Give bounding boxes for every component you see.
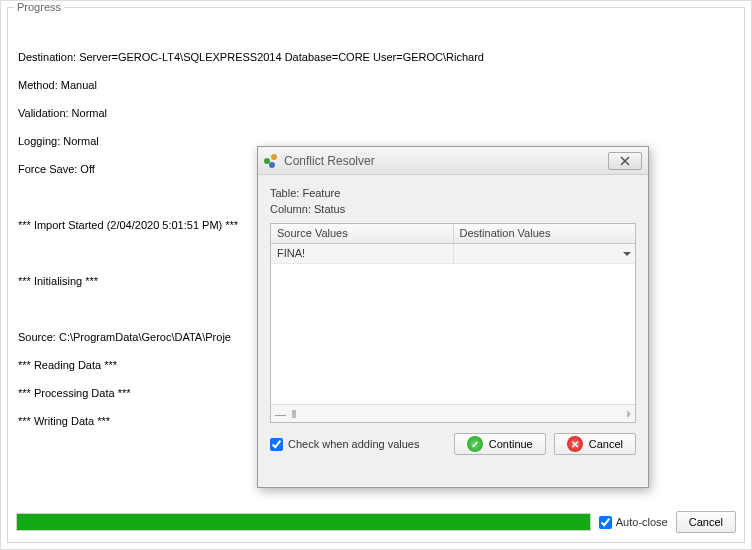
log-line: Validation: Normal — [18, 106, 734, 120]
header-destination-values[interactable]: Destination Values — [454, 224, 636, 243]
cell-source-value[interactable]: FINA! — [271, 244, 454, 263]
check-when-adding-label: Check when adding values — [288, 438, 419, 450]
grid-footer: — — [271, 404, 635, 422]
grid-scrollbar[interactable] — [292, 410, 631, 418]
cell-destination-value[interactable] — [454, 244, 636, 263]
continue-button-label: Continue — [489, 438, 533, 450]
check-when-adding-checkbox[interactable] — [270, 438, 283, 451]
close-icon — [620, 156, 630, 166]
grid-body: FINA! — [271, 244, 635, 404]
column-label: Column: Status — [270, 203, 636, 215]
dialog-actions: Check when adding values ✓ Continue ✕ Ca… — [270, 423, 636, 455]
continue-button[interactable]: ✓ Continue — [454, 433, 546, 455]
autoclose-option[interactable]: Auto-close — [599, 516, 668, 529]
autoclose-checkbox[interactable] — [599, 516, 612, 529]
values-grid: Source Values Destination Values FINA! — — [270, 223, 636, 423]
check-when-adding-option[interactable]: Check when adding values — [270, 438, 446, 451]
check-icon: ✓ — [467, 436, 483, 452]
dialog-cancel-button-label: Cancel — [589, 438, 623, 450]
grid-row[interactable]: FINA! — [271, 244, 635, 264]
log-line: Method: Manual — [18, 78, 734, 92]
grid-footer-marker: — — [275, 408, 286, 420]
dialog-title-text: Conflict Resolver — [284, 154, 375, 168]
header-source-values[interactable]: Source Values — [271, 224, 454, 243]
dialog-title: Conflict Resolver — [264, 154, 608, 168]
close-button[interactable] — [608, 152, 642, 170]
panel-title: Progress — [14, 1, 64, 13]
autoclose-label: Auto-close — [616, 516, 668, 528]
app-icon — [264, 154, 278, 168]
cancel-button[interactable]: Cancel — [676, 511, 736, 533]
grid-header-row: Source Values Destination Values — [271, 224, 635, 244]
log-line: Destination: Server=GEROC-LT4\SQLEXPRESS… — [18, 50, 734, 64]
conflict-resolver-dialog: Conflict Resolver Table: Feature Column:… — [257, 146, 649, 488]
cancel-icon: ✕ — [567, 436, 583, 452]
progressbar — [16, 513, 591, 531]
bottom-bar: Auto-close Cancel — [16, 510, 736, 534]
chevron-down-icon — [623, 252, 631, 256]
dialog-cancel-button[interactable]: ✕ Cancel — [554, 433, 636, 455]
table-label: Table: Feature — [270, 187, 636, 199]
dialog-titlebar[interactable]: Conflict Resolver — [258, 147, 648, 175]
dialog-body: Table: Feature Column: Status Source Val… — [258, 175, 648, 465]
cancel-button-label: Cancel — [689, 516, 723, 528]
progressbar-fill — [17, 514, 590, 530]
